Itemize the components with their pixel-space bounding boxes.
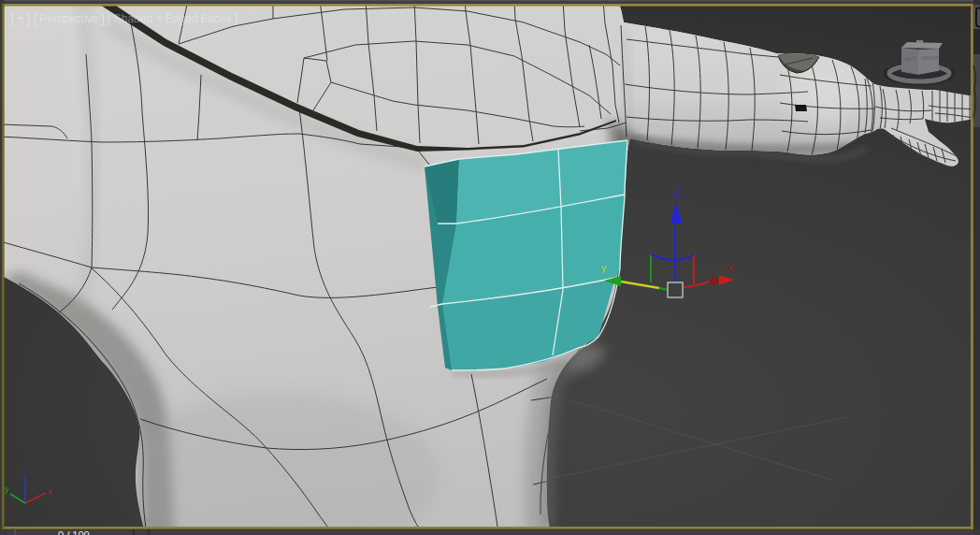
svg-text:LEFT: LEFT: [903, 56, 916, 62]
svg-text:y: y: [5, 484, 9, 494]
svg-text:y: y: [601, 262, 607, 273]
svg-text:Z: Z: [673, 187, 680, 200]
svg-text:0 / 100: 0 / 100: [58, 529, 90, 535]
svg-text:x: x: [48, 486, 52, 496]
svg-text:[ + ] [ Perspective ] [ Shaded: [ + ] [ Perspective ] [ Shaded + Edged F…: [11, 12, 238, 25]
svg-text:z: z: [22, 468, 27, 477]
svg-text:X: X: [727, 263, 734, 274]
svg-text:FRONT: FRONT: [921, 55, 940, 61]
